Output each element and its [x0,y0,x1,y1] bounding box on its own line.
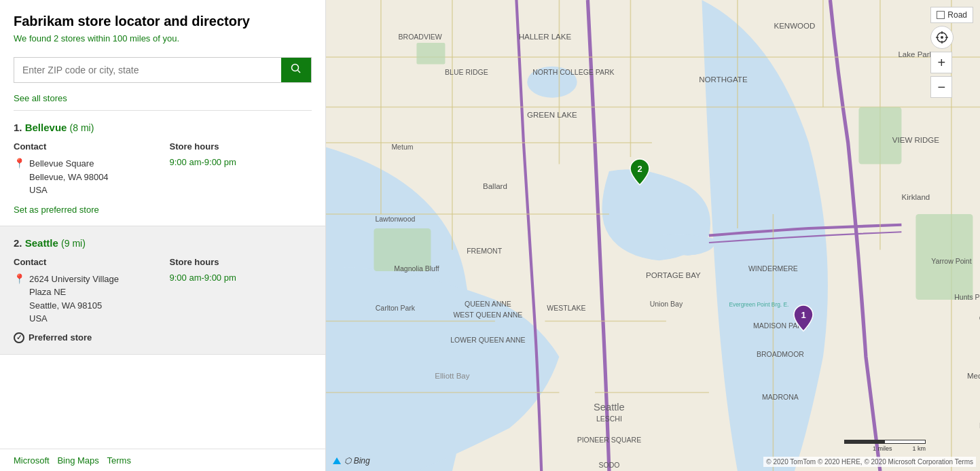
svg-text:LESCHI: LESCHI [596,415,622,423]
panel-header: Fabrikam store locator and directory We … [0,0,325,50]
store-1-number: 1. [14,122,25,133]
svg-text:1: 1 [801,310,805,320]
map-pin-1[interactable]: 1 [793,304,814,334]
svg-text:GREEN LAKE: GREEN LAKE [527,111,577,119]
scale-bar: 1 miles 1 km [844,440,926,452]
store-1-details: Contact 📍 Bellevue Square Bellevue, WA 9… [14,141,312,197]
store-2-title: 2. Seattle (9 mi) [14,237,312,249]
location-icon-1: 📍 [14,158,25,169]
store-2-addr3: Seattle, WA 98105 [29,299,119,313]
svg-text:FREMONT: FREMONT [467,247,502,255]
store-2-addr2: Plaza NE [29,285,119,299]
svg-text:NORTH COLLEGE PARK: NORTH COLLEGE PARK [532,68,614,76]
store-2-number: 2. [14,237,25,249]
store-2-address: 2624 University Village Plaza NE Seattle… [29,273,119,326]
store-list-panel: Fabrikam store locator and directory We … [0,0,326,471]
terms-link[interactable]: Terms [107,455,131,466]
svg-text:BLUE RIDGE: BLUE RIDGE [445,68,488,76]
footer: Microsoft Bing Maps Terms [0,449,325,471]
svg-text:Metum: Metum [391,143,413,152]
svg-text:Lake Park: Lake Park [898,50,933,58]
store-1-contact-label: Contact [14,141,156,152]
svg-text:WESTLAKE: WESTLAKE [547,304,585,312]
svg-text:Yarrow Point: Yarrow Point [931,258,971,266]
svg-text:PIONEER SQUARE: PIONEER SQUARE [577,436,642,444]
svg-text:Hunts Point: Hunts Point [954,293,980,301]
svg-text:Lawtonwood: Lawtonwood [375,215,415,223]
search-icon [291,63,302,74]
svg-text:Elliott Bay: Elliott Bay [435,372,470,380]
map-controls: Road + − [930,7,973,98]
store-card-1: 1. Bellevue (8 mi) Contact 📍 Bellevue Sq… [0,111,325,226]
svg-text:Medina: Medina [967,372,980,380]
store-2-details: Contact 📍 2624 University Village Plaza … [14,257,312,326]
svg-text:VIEW RIDGE: VIEW RIDGE [892,136,940,144]
store-2-contact-col: Contact 📍 2624 University Village Plaza … [14,257,156,326]
svg-text:LOWER QUEEN ANNE: LOWER QUEEN ANNE [450,336,525,344]
map-svg: KENWOOD BROADVIEW HALLER LAKE NORTHGATE … [326,0,980,471]
store-1-address: Bellevue Square Bellevue, WA 98004 USA [29,157,109,197]
svg-text:WINDERMERE: WINDERMERE [748,264,798,273]
store-1-addr2: Bellevue, WA 98004 [29,171,109,184]
store-2-hours-label: Store hours [170,257,312,267]
road-label: Road [947,10,967,20]
store-1-address-row: 📍 Bellevue Square Bellevue, WA 98004 USA [14,157,156,197]
svg-text:HALLER LAKE: HALLER LAKE [519,33,572,41]
store-1-addr1: Bellevue Square [29,157,109,171]
search-button[interactable] [281,58,311,82]
store-1-distance: (8 mi) [70,122,94,133]
svg-point-0 [292,65,299,71]
search-area [0,50,325,90]
store-2-address-row: 📍 2624 University Village Plaza NE Seatt… [14,273,156,326]
svg-text:Ballard: Ballard [483,182,507,190]
store-2-name: Seattle [25,237,58,249]
svg-text:2: 2 [638,164,642,174]
store-2-addr1: 2624 University Village [29,273,119,286]
store-1-hours-label: Store hours [170,141,312,152]
store-1-title: 1. Bellevue (8 mi) [14,122,312,133]
set-preferred-link-1[interactable]: Set as preferred store [14,205,99,215]
svg-text:Carlton Park: Carlton Park [376,304,416,312]
svg-text:PORTAGE BAY: PORTAGE BAY [646,272,701,280]
gps-icon [936,31,948,43]
store-1-hours-col: Store hours 9:00 am-9:00 pm [170,141,312,197]
result-subtitle: We found 2 stores within 100 miles of yo… [14,33,312,43]
svg-point-72 [941,36,943,39]
search-input[interactable] [14,58,281,82]
see-all-link[interactable]: See all stores [14,93,67,103]
store-1-addr3: USA [29,184,109,197]
svg-text:WEST QUEEN ANNE: WEST QUEEN ANNE [453,311,522,319]
gps-button[interactable] [930,26,954,49]
store-2-contact-label: Contact [14,257,156,267]
road-toggle[interactable]: Road [930,7,973,23]
store-1-action: Set as preferred store [14,204,312,215]
map-attribution: © 2020 TomTom © 2020 HERE, © 2020 Micros… [763,457,976,467]
zoom-out-button[interactable]: − [930,76,952,98]
pin-svg-2: 2 [629,158,651,186]
svg-text:Evergreen Point Brg. E.: Evergreen Point Brg. E. [729,302,788,309]
svg-text:BROADMOOR: BROADMOOR [757,350,804,358]
svg-text:Kirkland: Kirkland [902,193,930,201]
microsoft-link[interactable]: Microsoft [14,455,50,466]
svg-marker-77 [333,457,341,464]
pin-svg-1: 1 [793,304,814,332]
svg-text:NORTHGATE: NORTHGATE [699,75,748,84]
location-icon-2: 📍 [14,273,25,284]
store-1-hours: 9:00 am-9:00 pm [170,157,312,167]
zoom-in-button[interactable]: + [930,52,952,73]
svg-text:SODO: SODO [598,461,619,469]
svg-text:MADRONA: MADRONA [762,393,799,401]
svg-text:Union Bay: Union Bay [650,300,683,309]
map-container[interactable]: KENWOOD BROADVIEW HALLER LAKE NORTHGATE … [326,0,980,471]
store-2-addr4: USA [29,312,119,326]
store-1-contact-col: Contact 📍 Bellevue Square Bellevue, WA 9… [14,141,156,197]
page-title: Fabrikam store locator and directory [14,14,312,29]
preferred-badge-2: Preferred store [14,332,312,343]
svg-text:BROADVIEW: BROADVIEW [399,33,442,41]
bing-maps-link[interactable]: Bing Maps [57,455,98,466]
svg-text:Seattle: Seattle [594,402,625,413]
preferred-label-2: Preferred store [29,332,92,343]
search-box [14,57,312,83]
map-pin-2[interactable]: 2 [629,158,651,188]
check-circle-icon [14,332,24,343]
